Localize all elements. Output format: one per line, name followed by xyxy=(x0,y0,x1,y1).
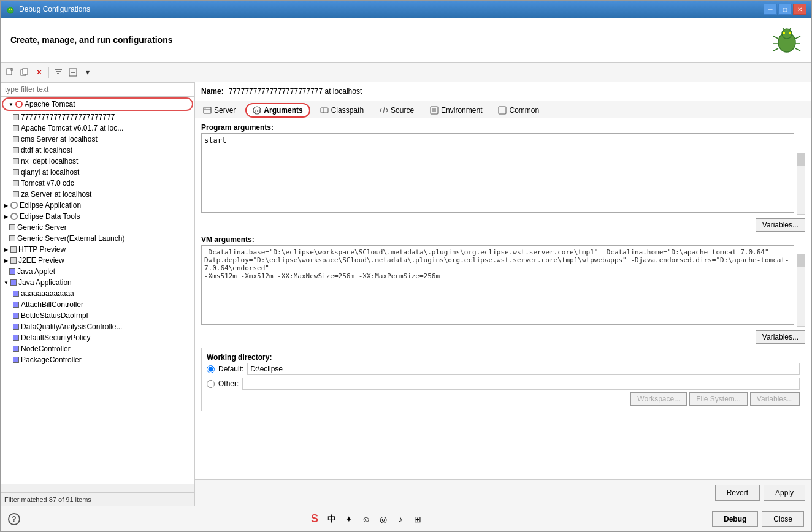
item-icon xyxy=(13,357,19,363)
variables-button-1[interactable]: Variables... xyxy=(756,218,805,232)
prog-args-btn-row: Variables... xyxy=(201,216,805,232)
other-dir-input[interactable] xyxy=(242,378,800,390)
search2-icon[interactable]: ◎ xyxy=(376,512,391,526)
item-icon xyxy=(13,114,19,120)
vm-args-scrollbar[interactable] xyxy=(797,254,805,327)
expand-arrow-apache-tomcat: ▼ xyxy=(8,101,14,107)
item-label: qianyi at localhost xyxy=(21,168,79,177)
list-item[interactable]: Apache Tomcat v6.01.7 at loc... xyxy=(1,123,194,134)
list-item[interactable]: dtdf at localhost xyxy=(1,145,194,156)
list-item[interactable]: Generic Server(External Launch) xyxy=(1,233,194,244)
title-bar: Debug Configurations ─ □ ✕ xyxy=(1,1,811,18)
maximize-button[interactable]: □ xyxy=(778,4,792,15)
item-label: za Server at localhost xyxy=(21,190,91,199)
tab-arguments[interactable]: (x) Arguments xyxy=(245,103,310,118)
arguments-tab-icon: (x) xyxy=(253,106,261,115)
tab-common[interactable]: Common xyxy=(490,101,547,118)
debug-button[interactable]: Debug xyxy=(712,511,758,527)
item-icon xyxy=(13,335,19,341)
list-item[interactable]: Java Applet xyxy=(1,266,194,277)
eclipse-app-icon xyxy=(10,202,18,209)
tab-source[interactable]: Source xyxy=(372,101,422,118)
emoji-icon[interactable]: ☺ xyxy=(359,512,373,526)
workspace-button[interactable]: Workspace... xyxy=(630,392,687,406)
tree-group-j2ee[interactable]: ▶ J2EE Preview xyxy=(1,255,194,266)
tree-group-eclipse-data[interactable]: ▶ Eclipse Data Tools xyxy=(1,211,194,222)
list-item[interactable]: Generic Server xyxy=(1,222,194,233)
minimize-button[interactable]: ─ xyxy=(764,4,777,15)
new-icon xyxy=(6,68,14,77)
filesystem-button[interactable]: File System... xyxy=(689,392,748,406)
apply-button[interactable]: Apply xyxy=(764,485,805,501)
revert-button[interactable]: Revert xyxy=(715,485,760,501)
collapse-button[interactable] xyxy=(66,66,80,79)
close-button[interactable]: Close xyxy=(762,511,804,527)
list-item[interactable]: NodeController xyxy=(1,343,194,354)
item-icon xyxy=(13,158,19,164)
item-label: Generic Server(External Launch) xyxy=(17,234,124,243)
variables-button-2[interactable]: Variables... xyxy=(756,330,805,344)
item-label: NodeController xyxy=(21,344,71,353)
item-icon xyxy=(13,147,19,153)
eclipse-app-label: Eclipse Application xyxy=(20,201,81,210)
list-item[interactable]: BottleStatusDaoImpl xyxy=(1,310,194,321)
default-radio[interactable] xyxy=(207,365,215,373)
duplicate-icon xyxy=(20,68,29,77)
tree-group-apache-tomcat[interactable]: ▼ Apache Tomcat xyxy=(2,97,193,111)
environment-tab-icon xyxy=(430,106,439,115)
list-item[interactable]: aaaaaaaaaaaaa xyxy=(1,288,194,299)
item-icon xyxy=(9,268,15,275)
name-input[interactable] xyxy=(229,87,805,96)
prog-args-scrollbar[interactable] xyxy=(797,153,805,215)
help-button[interactable]: ? xyxy=(8,513,20,525)
list-item[interactable]: qianyi at localhost xyxy=(1,167,194,178)
list-item[interactable]: cms Server at localhost xyxy=(1,134,194,145)
tree-group-java-app[interactable]: ▼ Java Application xyxy=(1,277,194,288)
grid-icon[interactable]: ⊞ xyxy=(410,512,425,526)
list-item[interactable]: PackageController xyxy=(1,354,194,365)
chinese-icon[interactable]: 中 xyxy=(324,512,339,526)
horizontal-scrollbar[interactable] xyxy=(1,484,194,492)
name-label: Name: xyxy=(201,87,224,96)
tab-classpath[interactable]: Classpath xyxy=(312,101,372,118)
j2ee-label: J2EE Preview xyxy=(18,256,64,265)
delete-config-button[interactable]: ✕ xyxy=(33,66,46,79)
tree-group-http[interactable]: ▶ HTTP Preview xyxy=(1,244,194,255)
prog-args-textarea-wrapper: start xyxy=(201,133,794,215)
close-window-button[interactable]: ✕ xyxy=(793,4,806,15)
tab-environment[interactable]: Environment xyxy=(422,101,490,118)
prog-args-textarea[interactable]: start xyxy=(201,133,794,213)
default-dir-input[interactable] xyxy=(247,363,800,375)
svg-point-31 xyxy=(205,108,206,109)
item-label: DefaultSecurityPolicy xyxy=(21,333,90,342)
window-icon xyxy=(6,4,15,14)
other-radio[interactable] xyxy=(207,380,215,388)
expand-arrow: ▶ xyxy=(3,246,9,253)
settings-icon[interactable]: ✦ xyxy=(342,512,356,526)
debug-bug-icon xyxy=(772,25,802,55)
classpath-tab-icon xyxy=(320,106,329,115)
list-item[interactable]: AttachBillController xyxy=(1,299,194,310)
filter-button[interactable] xyxy=(52,66,65,79)
variables-button-3[interactable]: Variables... xyxy=(750,392,800,406)
vm-args-textarea[interactable]: -Dcatalina.base="D:\eclipse\workspace\SC… xyxy=(201,245,794,325)
list-item[interactable]: Tomcat v7.0 cdc xyxy=(1,178,194,189)
dropdown-button[interactable]: ▾ xyxy=(81,66,94,79)
list-item[interactable]: nx_dept localhost xyxy=(1,156,194,167)
list-item[interactable]: DefaultSecurityPolicy xyxy=(1,332,194,343)
tab-server[interactable]: Server xyxy=(195,101,243,118)
item-label: 77777777777777777777777 xyxy=(21,113,115,121)
toolbar-separator-1 xyxy=(48,67,49,78)
list-item[interactable]: za Server at localhost xyxy=(1,189,194,200)
tree-group-eclipse-app[interactable]: ▶ Eclipse Application xyxy=(1,200,194,211)
eclipse-data-label: Eclipse Data Tools xyxy=(20,212,80,221)
duplicate-config-button[interactable] xyxy=(18,66,31,79)
new-config-button[interactable] xyxy=(3,66,17,79)
list-item[interactable]: DataQualityAnalysisControlle... xyxy=(1,321,194,332)
filter-input[interactable] xyxy=(1,82,194,97)
mic-icon[interactable]: ♪ xyxy=(393,512,408,526)
sogou-icon[interactable]: S xyxy=(307,512,322,526)
other-radio-row: Other: xyxy=(207,378,800,390)
list-item[interactable]: 77777777777777777777777 xyxy=(1,112,194,123)
filter-icon xyxy=(54,69,63,76)
